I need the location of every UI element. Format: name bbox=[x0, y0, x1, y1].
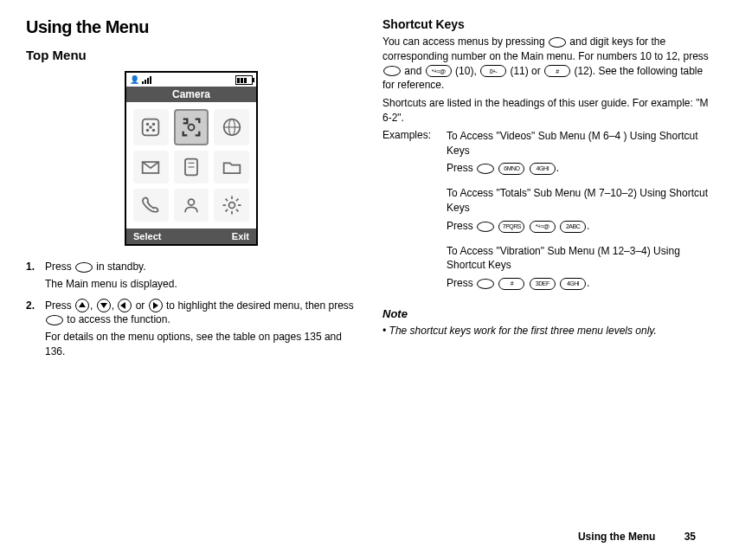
key-6-icon: 6MNO bbox=[498, 163, 524, 175]
svg-point-14 bbox=[188, 199, 194, 205]
softkey-left: Select bbox=[133, 231, 161, 241]
menu-cell-mail-icon bbox=[133, 151, 169, 183]
footer-text: Using the Menu bbox=[578, 531, 655, 543]
page-title: Using the Menu bbox=[26, 17, 357, 37]
shortcut-keys-heading: Shortcut Keys bbox=[382, 17, 713, 31]
center-key-icon bbox=[75, 262, 93, 273]
menu-cell-folder-icon bbox=[214, 151, 249, 183]
zero-key-icon: 0+- bbox=[480, 65, 506, 77]
menu-cell-browser-icon bbox=[214, 109, 249, 145]
signal-icon bbox=[141, 75, 153, 84]
shortcut-para-2: Shortcuts are listed in the headings of … bbox=[382, 96, 713, 126]
example-2: To Access "Totals" Sub Menu (M 7–10–2) U… bbox=[447, 186, 713, 233]
page-number: 35 bbox=[684, 531, 696, 543]
svg-point-15 bbox=[228, 203, 235, 209]
menu-cell-call-icon bbox=[133, 189, 169, 222]
softkey-right: Exit bbox=[232, 231, 249, 241]
page-footer: Using the Menu 35 bbox=[578, 531, 696, 543]
key-3-icon: 3DEF bbox=[530, 278, 556, 290]
svg-point-4 bbox=[152, 129, 156, 132]
center-key-icon bbox=[477, 164, 494, 174]
battery-icon bbox=[235, 75, 253, 85]
menu-cell-organizer-icon bbox=[174, 151, 209, 183]
up-key-icon bbox=[75, 299, 89, 312]
note-label: Note bbox=[382, 306, 713, 322]
svg-point-5 bbox=[150, 126, 153, 129]
example-3: To Access "Vibration" Sub Menu (M 12–3–4… bbox=[447, 244, 713, 291]
note-item: • The shortcut keys work for the first t… bbox=[382, 324, 713, 338]
examples-block: Examples: To Access "Videos" Sub Menu (M… bbox=[382, 129, 713, 301]
center-key-icon bbox=[477, 222, 494, 232]
step-1-sub: The Main menu is displayed. bbox=[45, 277, 357, 292]
menu-cell-contacts-icon bbox=[174, 189, 209, 222]
phone-screen-mockup: 👤 Camera bbox=[125, 71, 258, 246]
right-key-icon bbox=[149, 299, 163, 312]
center-key-icon bbox=[549, 37, 566, 48]
down-key-icon bbox=[97, 299, 111, 312]
menu-grid bbox=[126, 102, 256, 229]
svg-point-1 bbox=[146, 123, 150, 126]
center-key-icon bbox=[477, 279, 494, 289]
shortcut-para-1: You can access menus by pressing and dig… bbox=[382, 35, 713, 93]
key-4-icon: 4GHI bbox=[530, 163, 556, 175]
step-2: Press , , or to highlight the desired me… bbox=[26, 299, 357, 359]
svg-point-6 bbox=[188, 125, 194, 131]
star-key-icon: *+=@ bbox=[530, 221, 556, 233]
step-2-sub: For details on the menu options, see the… bbox=[45, 330, 357, 359]
examples-label: Examples: bbox=[382, 129, 431, 301]
menu-cell-camera-icon bbox=[174, 109, 209, 145]
key-4-icon: 4GHI bbox=[560, 278, 586, 290]
menu-cell-settings-icon bbox=[214, 189, 249, 222]
softkey-bar: Select Exit bbox=[126, 229, 256, 244]
svg-point-3 bbox=[146, 129, 150, 132]
center-key-icon bbox=[383, 66, 401, 76]
menu-header: Camera bbox=[126, 87, 256, 102]
person-icon: 👤 bbox=[130, 75, 139, 84]
menu-cell-game-icon bbox=[133, 109, 169, 145]
svg-point-2 bbox=[152, 123, 156, 126]
key-2-icon: 2ABC bbox=[560, 221, 586, 233]
hash-key-icon: # bbox=[498, 278, 524, 290]
center-key-icon bbox=[46, 315, 63, 325]
left-key-icon bbox=[118, 299, 132, 312]
star-key-icon: *+=@ bbox=[426, 65, 452, 77]
status-bar: 👤 bbox=[126, 73, 256, 87]
step-1: Press in standby. The Main menu is displ… bbox=[26, 260, 357, 292]
hash-key-icon: # bbox=[544, 65, 570, 77]
top-menu-heading: Top Menu bbox=[26, 48, 357, 62]
example-1: To Access "Videos" Sub Menu (M 6–4 ) Usi… bbox=[447, 129, 713, 176]
key-7-icon: 7PQRS bbox=[498, 221, 524, 233]
